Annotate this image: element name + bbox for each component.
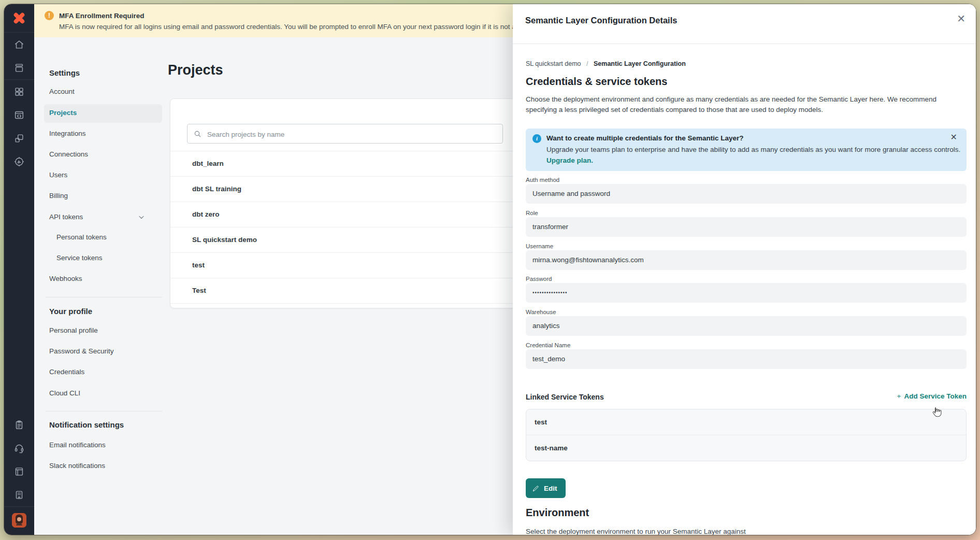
service-token-row[interactable]: test [526, 409, 966, 435]
sidebar-item-billing[interactable]: Billing [49, 192, 68, 200]
sidebar-item-integrations[interactable]: Integrations [49, 130, 86, 137]
sidebar-item-api-tokens[interactable]: API tokens [49, 213, 83, 221]
linked-service-tokens-heading: Linked Service Tokens [526, 393, 604, 401]
service-token-row[interactable]: test-name [526, 435, 966, 461]
breadcrumb: SL quickstart demo / Semantic Layer Conf… [526, 60, 686, 67]
add-service-token-label: Add Service Token [904, 392, 967, 400]
project-row[interactable]: dbt zero [170, 202, 518, 227]
close-icon[interactable]: ✕ [957, 12, 965, 25]
projects-branch-icon[interactable] [4, 126, 34, 150]
info-icon: i [532, 134, 541, 143]
sidebar-item-service-tokens[interactable]: Service tokens [56, 254, 103, 262]
password-field: ••••••••••••••• [526, 283, 967, 303]
password-label: Password [526, 276, 552, 282]
role-field: transformer [526, 217, 967, 237]
close-icon[interactable]: ✕ [950, 132, 957, 142]
sidebar-item-email-notifications[interactable]: Email notifications [49, 441, 106, 449]
dbt-logo-icon [11, 10, 27, 26]
dbt-logo[interactable] [4, 4, 34, 33]
notification-nav-heading: Notification settings [49, 420, 124, 429]
project-row[interactable]: SL quickstart demo [170, 227, 518, 252]
sidebar-item-projects-label: Projects [49, 109, 77, 117]
service-token-list: test test-name [526, 409, 967, 461]
mfa-banner-title: MFA Enrollment Required [59, 12, 145, 20]
sidebar-item-webhooks[interactable]: Webhooks [49, 275, 82, 282]
credential-name-label: Credential Name [526, 342, 570, 348]
nav-section-divider [46, 411, 162, 411]
project-row[interactable]: Test [170, 278, 518, 304]
info-box-title: Want to create multiple credentials for … [546, 134, 744, 142]
project-row[interactable]: test [170, 252, 518, 278]
docs-book-icon[interactable] [4, 460, 34, 483]
app-sidebar [4, 4, 34, 535]
sidebar-divider [4, 506, 34, 507]
sidebar-item-personal-tokens[interactable]: Personal tokens [56, 233, 107, 241]
project-row[interactable]: dbt SL training [170, 176, 518, 202]
ide-code-icon[interactable] [4, 103, 34, 126]
search-icon [193, 130, 202, 138]
upgrade-info-box: i Want to create multiple credentials fo… [526, 129, 967, 171]
project-list: dbt_learn dbt SL training dbt zero SL qu… [170, 151, 518, 304]
credentials-section-description: Choose the deployment environment and co… [526, 94, 957, 115]
warehouse-label: Warehouse [526, 309, 556, 315]
info-box-body: Upgrade your teams plan to enterprise an… [546, 146, 960, 153]
page-title: Projects [168, 62, 223, 78]
upgrade-plan-link[interactable]: Upgrade plan. [546, 157, 593, 164]
sidebar-item-password-security[interactable]: Password & Security [49, 347, 114, 355]
sidebar-item-account[interactable]: Account [49, 88, 75, 95]
warning-icon: ! [45, 11, 54, 20]
sidebar-item-personal-profile[interactable]: Personal profile [49, 326, 98, 334]
edit-button-label: Edit [544, 485, 557, 492]
breadcrumb-parent[interactable]: SL quickstart demo [526, 60, 581, 67]
environment-section-title: Environment [526, 507, 589, 519]
chevron-down-icon[interactable] [138, 214, 145, 223]
settings-nav-heading: Settings [49, 68, 80, 77]
breadcrumb-current: Semantic Layer Configuration [594, 60, 686, 67]
environment-section-description: Select the deployment environment to run… [526, 527, 957, 535]
organization-icon[interactable] [4, 483, 34, 506]
role-label: Role [526, 210, 538, 216]
auth-method-field: Username and password [526, 184, 967, 204]
mfa-banner-body: MFA is now required for all logins using… [59, 23, 535, 31]
plus-icon: + [897, 392, 901, 400]
username-field: mirna.wong@fishtownanalytics.com [526, 250, 967, 270]
nav-section-divider [46, 297, 162, 297]
username-label: Username [526, 243, 553, 249]
profile-nav-heading: Your profile [49, 307, 92, 316]
sidebar-item-projects[interactable]: Projects [44, 104, 162, 123]
user-avatar[interactable] [12, 513, 26, 528]
pencil-icon [532, 485, 540, 492]
search-input[interactable] [206, 125, 498, 144]
projects-card: dbt_learn dbt SL training dbt zero SL qu… [170, 98, 519, 308]
credentials-section-title: Credentials & service tokens [526, 76, 667, 88]
add-service-token-button[interactable]: +Add Service Token [897, 392, 967, 400]
credential-name-field: test_demo [526, 349, 967, 369]
semantic-layer-config-panel: Semantic Layer Configuration Details ✕ S… [513, 4, 976, 535]
sidebar-item-cloud-cli[interactable]: Cloud CLI [49, 389, 80, 397]
auth-method-label: Auth method [526, 177, 559, 183]
sidebar-item-credentials[interactable]: Credentials [49, 368, 84, 376]
edit-button[interactable]: Edit [526, 478, 566, 498]
app-window: ! MFA Enrollment Required MFA is now req… [4, 4, 976, 535]
panel-title: Semantic Layer Configuration Details [525, 16, 677, 25]
sidebar-item-connections[interactable]: Connections [49, 150, 88, 158]
dashboard-icon[interactable] [4, 80, 34, 103]
deploy-icon[interactable] [4, 56, 34, 79]
breadcrumb-separator: / [586, 60, 588, 67]
desktop-background: ! MFA Enrollment Required MFA is now req… [0, 0, 980, 540]
sidebar-item-slack-notifications[interactable]: Slack notifications [49, 462, 105, 470]
clipboard-icon[interactable] [4, 413, 34, 436]
explore-compass-icon[interactable] [4, 150, 34, 173]
panel-header-divider [513, 44, 976, 44]
project-row[interactable]: dbt_learn [170, 151, 518, 176]
support-headset-icon[interactable] [4, 436, 34, 460]
project-search [187, 124, 503, 144]
warehouse-field: analytics [526, 316, 967, 336]
home-icon[interactable] [4, 33, 34, 56]
sidebar-item-users[interactable]: Users [49, 171, 67, 179]
